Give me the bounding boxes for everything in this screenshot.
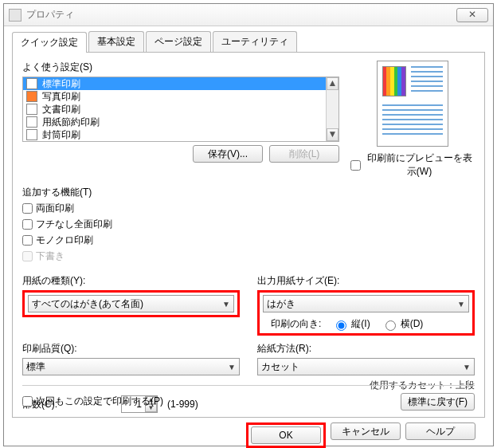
quality-label: 印刷品質(Q): <box>22 342 240 356</box>
remember-settings-check[interactable]: 次回もこの設定で印刷する(P) <box>22 395 401 408</box>
close-button[interactable]: ✕ <box>456 8 488 22</box>
frequent-settings-label: よく使う設定(S) <box>22 61 339 74</box>
properties-dialog: プロパティ ✕ クイック設定 基本設定 ページ設定 ユーティリティ よく使う設定… <box>3 3 494 446</box>
list-item: 標準印刷 <box>23 77 339 90</box>
draft-check[interactable]: 下書き <box>22 250 475 263</box>
papertype-select[interactable]: すべてのはがき(あて名面)▼ <box>28 295 234 312</box>
list-item: 用紙節約印刷 <box>23 116 339 128</box>
doc-icon <box>26 78 37 89</box>
papersave-icon <box>26 116 37 128</box>
chevron-up-icon[interactable]: ▲ <box>327 77 339 90</box>
chevron-down-icon: ▼ <box>222 300 230 308</box>
tab-panel-quick: よく使う設定(S) 標準印刷 写真印刷 文書印刷 用紙節約印刷 封筒印刷 ▲▼ … <box>12 53 485 418</box>
save-profile-button[interactable]: 保存(V)... <box>193 145 263 163</box>
list-item: 文書印刷 <box>23 103 339 116</box>
doc-icon <box>26 104 37 115</box>
tab-strip: クイック設定 基本設定 ページ設定 ユーティリティ <box>12 31 485 53</box>
chevron-down-icon: ▼ <box>457 300 465 308</box>
orientation-row: 印刷の向き: 縦(I) 横(D) <box>263 317 469 331</box>
printer-icon <box>9 9 22 22</box>
photo-icon <box>26 91 37 102</box>
chevron-down-icon[interactable]: ▼ <box>327 128 339 141</box>
ok-button[interactable]: OK <box>251 426 321 444</box>
window-title: プロパティ <box>26 8 456 22</box>
delete-profile-button[interactable]: 削除(L) <box>269 145 339 163</box>
duplex-check[interactable]: 両面印刷 <box>22 202 475 215</box>
papertype-highlight: すべてのはがき(あて名面)▼ <box>22 290 240 317</box>
orientation-landscape[interactable]: 横(D) <box>382 317 424 331</box>
color-sample-icon <box>382 66 406 96</box>
restore-defaults-button[interactable]: 標準に戻す(F) <box>401 393 475 411</box>
preview-checkbox[interactable] <box>350 160 361 171</box>
scrollbar[interactable]: ▲▼ <box>326 77 339 141</box>
tab-page[interactable]: ページ設定 <box>146 31 211 52</box>
source-label: 給紙方法(R): <box>257 342 475 356</box>
outputsize-label: 出力用紙サイズ(E): <box>257 274 475 288</box>
tab-util[interactable]: ユーティリティ <box>213 31 297 52</box>
outputsize-select[interactable]: はがき▼ <box>263 295 469 312</box>
orientation-portrait[interactable]: 縦(I) <box>332 317 370 331</box>
orientation-label: 印刷の向き: <box>263 317 321 331</box>
papertype-label: 用紙の種類(Y): <box>22 274 240 288</box>
mono-check[interactable]: モノクロ印刷 <box>22 234 475 247</box>
list-item: 写真印刷 <box>23 90 339 103</box>
frequent-settings-list[interactable]: 標準印刷 写真印刷 文書印刷 用紙節約印刷 封筒印刷 ▲▼ <box>22 77 339 142</box>
source-select[interactable]: カセット▼ <box>257 358 475 375</box>
borderless-check[interactable]: フチなし全面印刷 <box>22 218 475 231</box>
tab-basic[interactable]: 基本設定 <box>88 31 144 52</box>
ok-highlight: OK <box>246 422 326 448</box>
titlebar: プロパティ ✕ <box>4 4 493 26</box>
list-item: 封筒印刷 <box>23 128 339 141</box>
chevron-down-icon: ▼ <box>228 363 236 371</box>
outputsize-highlight: はがき▼ 印刷の向き: 縦(I) 横(D) <box>257 290 475 336</box>
page-preview <box>377 61 448 147</box>
cancel-button[interactable]: キャンセル <box>331 422 401 440</box>
quality-select[interactable]: 標準▼ <box>22 358 240 375</box>
help-button[interactable]: ヘルプ <box>405 422 475 440</box>
preview-checkbox-row[interactable]: 印刷前にプレビューを表示(W) <box>350 151 475 179</box>
tab-quick[interactable]: クイック設定 <box>12 32 87 53</box>
client-area: クイック設定 基本設定 ページ設定 ユーティリティ よく使う設定(S) 標準印刷… <box>4 26 493 448</box>
envelope-icon <box>26 129 37 140</box>
dialog-buttons: OK キャンセル ヘルプ <box>12 418 485 448</box>
addfunc-label: 追加する機能(T) <box>22 186 475 199</box>
chevron-down-icon: ▼ <box>463 363 471 371</box>
